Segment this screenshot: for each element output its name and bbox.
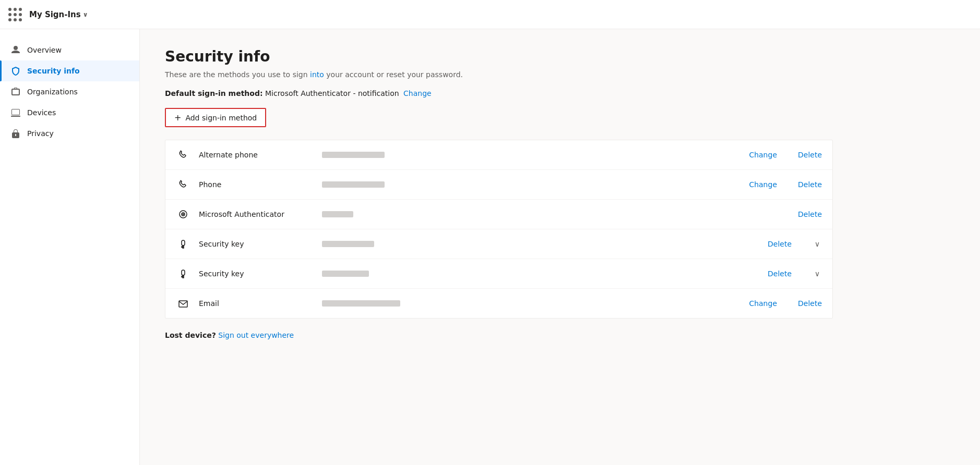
table-row: Security key Delete ∨ [165,259,832,289]
method-detail [322,241,714,247]
method-detail [322,181,740,188]
method-actions: Change Delete [749,180,822,189]
app-title-chevron-icon: ∨ [83,11,88,18]
method-name: Alternate phone [199,151,314,159]
method-detail [322,152,740,158]
method-actions: Delete ∨ [723,270,822,278]
plus-icon: + [174,113,181,123]
method-actions: Change Delete [749,299,822,308]
change-link[interactable]: Change [749,299,777,308]
svg-rect-9 [179,301,187,307]
app-title[interactable]: My Sign-Ins ∨ [29,10,88,19]
method-detail [322,271,714,277]
methods-table: Alternate phone Change Delete Phone [165,140,833,319]
lock-icon [10,128,21,139]
phone-icon [176,148,190,162]
table-row: Alternate phone Change Delete [165,140,832,170]
delete-link[interactable]: Delete [798,210,822,218]
method-actions: Delete [753,210,822,218]
table-row: Security key Delete ∨ [165,229,832,259]
delete-link[interactable]: Delete [798,151,822,159]
page-title: Security info [165,48,955,65]
waffle-menu-icon[interactable] [8,8,22,21]
add-sign-in-method-button[interactable]: + Add sign-in method [165,108,266,127]
delete-link[interactable]: Delete [768,270,792,278]
authenticator-icon [176,207,190,222]
redacted-value [322,181,385,188]
sidebar-item-label: Devices [27,108,56,117]
main-layout: Overview Security info Organizations Dev… [0,29,980,465]
svg-rect-6 [182,270,185,275]
method-detail [322,211,745,217]
sidebar-item-organizations[interactable]: Organizations [0,81,139,102]
sidebar-item-label: Security info [27,67,80,75]
svg-rect-5 [182,247,183,248]
svg-point-2 [183,214,184,215]
method-actions: Delete ∨ [723,240,822,248]
table-row: Email Change Delete [165,289,832,318]
sidebar: Overview Security info Organizations Dev… [0,29,140,465]
main-content: Security info These are the methods you … [140,29,980,465]
delete-link[interactable]: Delete [798,180,822,189]
redacted-value [322,152,385,158]
sidebar-item-label: Privacy [27,129,54,138]
method-name: Security key [199,240,314,248]
table-row: Phone Change Delete [165,170,832,200]
method-detail [322,300,740,307]
sidebar-item-overview[interactable]: Overview [0,40,139,60]
default-method-bar: Default sign-in method: Microsoft Authen… [165,89,955,97]
email-icon [176,296,190,311]
security-key-icon [176,237,190,251]
redacted-value [322,241,374,247]
change-link[interactable]: Change [749,180,777,189]
expand-chevron-icon[interactable]: ∨ [812,240,822,248]
person-icon [10,45,21,55]
topbar: My Sign-Ins ∨ [0,0,980,29]
briefcase-icon [10,87,21,97]
svg-rect-3 [182,240,185,246]
page-subtitle: These are the methods you use to sign in… [165,70,955,79]
sidebar-item-label: Organizations [27,88,78,96]
method-actions: Change Delete [749,151,822,159]
redacted-value [322,271,369,277]
default-method-change-link[interactable]: Change [403,89,432,97]
method-name: Microsoft Authenticator [199,210,314,218]
sign-out-everywhere-link[interactable]: Sign out everywhere [218,331,294,339]
method-name: Phone [199,180,314,189]
sidebar-item-privacy[interactable]: Privacy [0,123,139,144]
change-link[interactable]: Change [749,151,777,159]
into-link[interactable]: into [310,70,324,79]
security-key-icon [176,266,190,281]
lost-device-section: Lost device? Sign out everywhere [165,331,955,339]
sidebar-item-label: Overview [27,46,62,54]
method-name: Email [199,299,314,308]
svg-rect-8 [182,276,183,277]
table-row: Microsoft Authenticator Delete [165,200,832,229]
expand-chevron-icon[interactable]: ∨ [812,270,822,278]
delete-link[interactable]: Delete [768,240,792,248]
method-name: Security key [199,270,314,278]
delete-link[interactable]: Delete [798,299,822,308]
laptop-icon [10,107,21,118]
redacted-value [322,300,400,307]
shield-person-icon [10,66,21,76]
redacted-value [322,211,353,217]
sidebar-item-devices[interactable]: Devices [0,102,139,123]
sidebar-item-security-info[interactable]: Security info [0,60,139,81]
phone-icon [176,177,190,192]
